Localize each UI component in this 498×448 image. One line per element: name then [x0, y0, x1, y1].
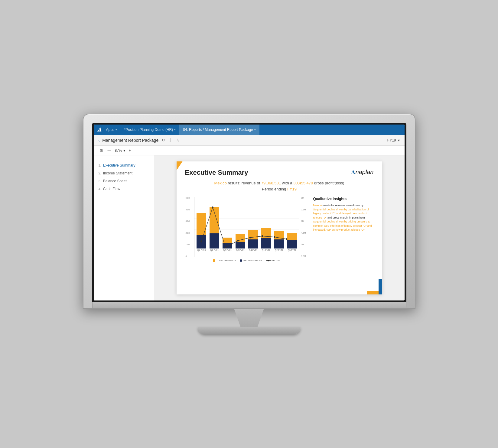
sidebar-item-balance[interactable]: 3. Balance Sheet: [94, 177, 154, 185]
insights-mexico: Mexico: [313, 204, 322, 207]
y-axis-right: 9M 7.5M 6M 4.5M 3M 1.5M: [301, 197, 306, 257]
item-1-number: 1.: [99, 164, 101, 167]
item-1-label: Executive Summary: [103, 163, 135, 167]
x-label-2: Q2 FY21: [223, 249, 232, 251]
insights-title: Qualitative Insights: [313, 197, 374, 201]
monitor-chin: [92, 302, 406, 308]
share-icon[interactable]: ⤴: [168, 137, 173, 143]
insights-panel: Qualitative Insights Mexico results for …: [313, 197, 374, 262]
anaplan-a: 𝐀: [351, 169, 355, 175]
bar-top-5: [261, 228, 271, 238]
nav-icons: ⟳ ⤴ ☆: [161, 137, 181, 143]
legend-label-ebitda: EBITDA: [272, 259, 280, 262]
summary-subtitle: Mexico results: revenue of 79,068,581 wi…: [185, 180, 374, 192]
chart-container: 50M 40M 30M 20M 10M 0: [185, 197, 308, 262]
screen: 𝐀 Apps ▾ *Position Planning Demo (HR) ▾ …: [94, 125, 405, 300]
legend-gross-margin: GROSS MARGIN: [240, 259, 262, 262]
bar-stack-1: [208, 207, 220, 248]
bar-bottom-0: [197, 235, 206, 248]
svg-point-9: [267, 260, 269, 261]
bar-bottom-5: [261, 238, 271, 248]
bar-top-6: [274, 231, 284, 239]
corner-decoration-br: [364, 276, 382, 294]
bar-top-1: [210, 207, 219, 233]
sub-nav: ‹ Management Report Package ⟳ ⤴ ☆ FY19 ▾: [94, 135, 405, 146]
report-area: Executive Summary 𝐀naplan Mexico results…: [154, 155, 405, 300]
fy-label: FY19: [387, 138, 396, 142]
item-4-number: 4.: [99, 187, 101, 191]
sidebar: 1. Executive Summary 2. Income Statement…: [94, 155, 154, 300]
subtitle-fy: FY19: [287, 187, 297, 191]
star-icon[interactable]: ☆: [175, 137, 181, 143]
position-label: *Position Planning Demo (HR): [124, 128, 173, 132]
x-label-6: Q2 FY22: [275, 249, 283, 251]
bar-top-2: [223, 238, 232, 243]
monitor-body: 𝐀 Apps ▾ *Position Planning Demo (HR) ▾ …: [83, 114, 415, 309]
item-3-number: 3.: [99, 179, 101, 183]
back-button[interactable]: ‹: [99, 138, 100, 143]
bar-bottom-1: [210, 233, 219, 248]
fy-chevron: ▾: [398, 138, 400, 142]
subtitle-period: Period ending: [262, 187, 287, 191]
report-header: Executive Summary 𝐀naplan: [185, 169, 374, 177]
subtitle-mexico: Mexico: [214, 181, 226, 185]
subtitle-pre: results: revenue of: [228, 181, 261, 185]
sub-nav-left: ‹ Management Report Package ⟳ ⤴ ☆: [99, 137, 181, 143]
legend-label-gm: GROSS MARGIN: [243, 259, 262, 262]
y-axis-left: 50M 40M 30M 20M 10M 0: [186, 197, 190, 257]
subtitle-revenue: 79,068,581: [261, 181, 281, 185]
bar-stack-0: [196, 213, 208, 248]
grid-button[interactable]: ⊞: [99, 148, 104, 153]
chart-area: Q4 FY20: [194, 197, 299, 257]
bar-top-7: [287, 233, 297, 240]
x-label-4: Q4 FY21: [249, 249, 257, 251]
nav-tab-position[interactable]: *Position Planning Demo (HR) ▾: [121, 125, 179, 135]
screen-bezel: 𝐀 Apps ▾ *Position Planning Demo (HR) ▾ …: [92, 123, 406, 302]
bar-top-0: [197, 213, 206, 235]
bar-bottom-2: [223, 243, 232, 248]
zoom-in-button[interactable]: +: [128, 148, 132, 153]
bar-stack-4: [247, 230, 259, 248]
fy-selector[interactable]: FY19 ▾: [387, 138, 400, 142]
bar-stack-2: [221, 238, 233, 248]
bar-stack-5: [260, 228, 272, 248]
item-2-label: Income Statement: [103, 171, 132, 175]
bar-group-3: Q3 FY21: [234, 234, 246, 251]
zoom-out-button[interactable]: —: [106, 148, 112, 153]
subtitle-post: gross profit/(loss): [314, 181, 344, 185]
legend-color-gm: [240, 259, 242, 262]
chart-bars: Q4 FY20: [194, 197, 299, 251]
nav-tab-reports[interactable]: 04. Reports / Management Report Package …: [179, 125, 259, 135]
sidebar-item-executive[interactable]: 1. Executive Summary: [94, 161, 154, 169]
bar-group-5: Q1 FY22: [260, 228, 272, 251]
anaplan-logo-nav: 𝐀: [97, 127, 101, 133]
bar-bottom-6: [274, 239, 284, 248]
legend-label-revenue: TOTAL REVENUE: [216, 259, 236, 262]
bar-group-7: Q3 FY22: [286, 233, 298, 251]
x-label-0: Q4 FY20: [197, 249, 206, 251]
bar-group-0: Q4 FY20: [196, 213, 208, 251]
reports-chevron: ▾: [254, 128, 256, 131]
insights-orange-2: Sequential decline driven by pricing pre…: [313, 220, 372, 231]
chart-legend: TOTAL REVENUE GROSS MARGIN: [185, 259, 308, 262]
sync-icon[interactable]: ⟳: [161, 137, 167, 143]
report-page: Executive Summary 𝐀naplan Mexico results…: [177, 161, 382, 294]
bar-top-4: [248, 230, 258, 239]
report-title: Executive Summary: [185, 169, 248, 177]
item-4-label: Cash Flow: [103, 187, 120, 191]
bar-bottom-3: [236, 242, 245, 248]
bar-stack-3: [234, 234, 246, 248]
legend-ebitda: EBITDA: [266, 259, 280, 262]
top-nav: 𝐀 Apps ▾ *Position Planning Demo (HR) ▾ …: [94, 125, 405, 135]
x-label-1: Q1 FY21: [210, 249, 219, 251]
bar-top-3: [236, 234, 245, 242]
chart-insights-row: 50M 40M 30M 20M 10M 0: [185, 197, 374, 262]
bar-group-6: Q2 FY22: [273, 231, 285, 251]
insights-text: Mexico results for revenue were driven b…: [313, 203, 374, 232]
bar-group-4: Q4 FY21: [247, 230, 259, 251]
sidebar-item-cashflow[interactable]: 4. Cash Flow: [94, 185, 154, 193]
sidebar-item-income[interactable]: 2. Income Statement: [94, 169, 154, 177]
zoom-chevron[interactable]: ▾: [123, 148, 125, 153]
subtitle-mid: with a: [282, 181, 294, 185]
nav-tab-apps[interactable]: Apps ▾: [103, 125, 121, 135]
